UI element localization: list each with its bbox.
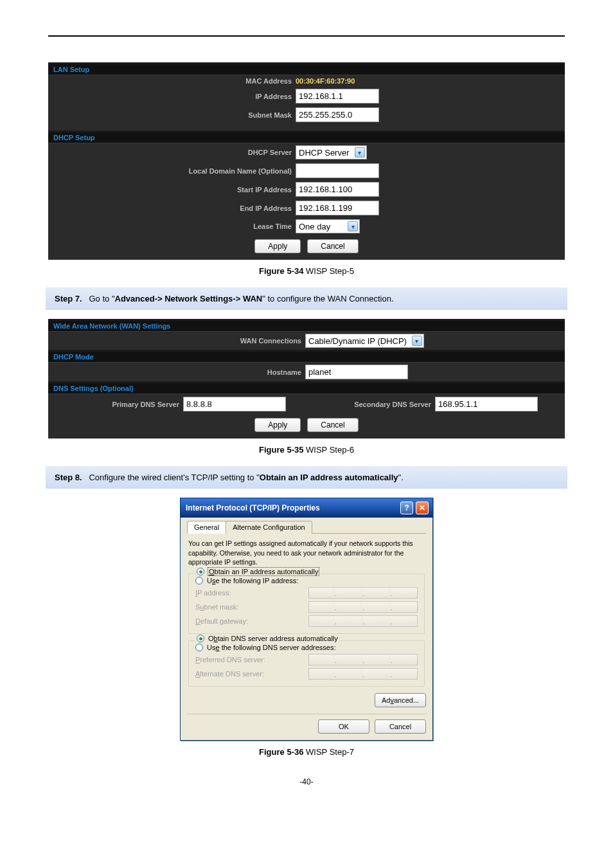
radio-icon [195, 577, 203, 584]
wan-connections-label: WAN Connections [48, 337, 305, 345]
end-ip-label: End IP Address [48, 204, 296, 212]
hostname-input[interactable] [305, 365, 408, 379]
ip-address-label: IP Address [48, 93, 296, 100]
radio-icon [195, 644, 203, 651]
tab-general[interactable]: General [187, 521, 226, 534]
ip-address-input[interactable] [296, 89, 379, 104]
step-7-banner: Step 7. Go to "Advanced-> Network Settin… [46, 287, 567, 310]
hostname-label: Hostname [48, 368, 305, 376]
lease-time-value: One day [299, 222, 342, 231]
subnet-mask-label: Subnet Mask [48, 111, 296, 119]
dhcp-setup-title: DHCP Setup [48, 131, 565, 143]
local-domain-input[interactable] [296, 163, 379, 178]
end-ip-input[interactable] [296, 201, 379, 215]
ok-button[interactable]: OK [318, 719, 369, 734]
step-7-label: Step 7. [55, 294, 82, 303]
lan-dhcp-panel: LAN Setup MAC Address 00:30:4F:60:37:90 … [48, 62, 565, 260]
figure-5-34-caption: Figure 5-34 WISP Step-5 [48, 266, 565, 276]
page-number: -40- [48, 777, 565, 786]
alternate-dns-input-disabled: ... [308, 668, 418, 680]
dialog-titlebar[interactable]: Internet Protocol (TCP/IP) Properties ? … [181, 498, 432, 518]
ip-address-label: IP address: [195, 589, 308, 597]
step-8-label: Step 8. [55, 473, 82, 482]
preferred-dns-label: Preferred DNS server: [195, 656, 308, 664]
default-gateway-label: Default gateway: [195, 617, 308, 625]
wan-title: Wide Area Network (WAN) Settings [48, 319, 565, 332]
use-following-dns-radio[interactable]: Use the following DNS server addresses: [195, 642, 418, 653]
tcpip-properties-dialog: Internet Protocol (TCP/IP) Properties ? … [180, 498, 433, 741]
cancel-button[interactable]: Cancel [307, 239, 358, 253]
obtain-dns-radio[interactable]: Obtain DNS server address automatically [195, 635, 339, 642]
start-ip-label: Start IP Address [48, 186, 296, 194]
wan-settings-panel: Wide Area Network (WAN) Settings WAN Con… [48, 319, 565, 439]
close-icon[interactable]: ✕ [416, 502, 429, 514]
figure-5-36-caption: Figure 5-36 WISP Step-7 [48, 747, 565, 757]
tab-alternate-configuration[interactable]: Alternate Configuration [226, 521, 312, 534]
obtain-ip-radio[interactable]: Obtain an IP address automatically [195, 568, 320, 575]
subnet-mask-input-disabled: ... [308, 601, 418, 613]
preferred-dns-input-disabled: ... [308, 654, 418, 665]
tabs: General Alternate Configuration [187, 520, 426, 534]
dhcp-server-select[interactable]: DHCP Server ▾ [296, 145, 367, 159]
help-icon[interactable]: ? [400, 502, 413, 514]
default-gateway-input-disabled: ... [308, 615, 418, 627]
dialog-title: Internet Protocol (TCP/IP) Properties [186, 503, 398, 512]
primary-dns-label: Primary DNS Server [48, 401, 183, 408]
dialog-note: You can get IP settings assigned automat… [188, 539, 425, 567]
secondary-dns-label: Secondary DNS Server [306, 401, 435, 408]
lease-time-label: Lease Time [48, 222, 296, 230]
dns-settings-title: DNS Settings (Optional) [48, 381, 565, 394]
step-8-banner: Step 8. Configure the wired client's TCP… [46, 466, 567, 489]
wan-connections-select[interactable]: Cable/Dynamic IP (DHCP) ▾ [305, 334, 424, 348]
wan-connections-value: Cable/Dynamic IP (DHCP) [308, 336, 407, 346]
lease-time-select[interactable]: One day ▾ [296, 219, 360, 233]
mac-address-value: 00:30:4F:60:37:90 [296, 77, 355, 85]
advanced-button[interactable]: Advanced... [375, 693, 426, 707]
cancel-button[interactable]: Cancel [307, 418, 358, 432]
chevron-down-icon: ▾ [348, 221, 358, 231]
chevron-down-icon: ▾ [412, 336, 422, 346]
apply-button[interactable]: Apply [254, 239, 301, 253]
secondary-dns-input[interactable] [435, 397, 538, 411]
chevron-down-icon: ▾ [355, 147, 365, 158]
lan-setup-title: LAN Setup [48, 62, 565, 75]
local-domain-label: Local Domain Name (Optional) [48, 167, 296, 175]
cancel-button[interactable]: Cancel [375, 719, 426, 734]
figure-5-35-caption: Figure 5-35 WISP Step-6 [48, 445, 565, 455]
subnet-mask-input[interactable] [296, 107, 379, 122]
start-ip-input[interactable] [296, 182, 379, 197]
mac-address-label: MAC Address [48, 77, 296, 85]
radio-icon [197, 568, 204, 575]
dhcp-server-label: DHCP Server [48, 149, 296, 156]
dhcp-server-value: DHCP Server [299, 148, 350, 158]
primary-dns-input[interactable] [183, 397, 286, 411]
use-following-ip-radio[interactable]: Use the following IP address: [195, 575, 418, 586]
dhcp-mode-title: DHCP Mode [48, 350, 565, 363]
apply-button[interactable]: Apply [254, 418, 301, 432]
subnet-mask-label: Subnet mask: [195, 603, 308, 611]
radio-icon [197, 635, 204, 642]
alternate-dns-label: Alternate DNS server: [195, 670, 308, 678]
ip-address-input-disabled: ... [308, 587, 418, 599]
